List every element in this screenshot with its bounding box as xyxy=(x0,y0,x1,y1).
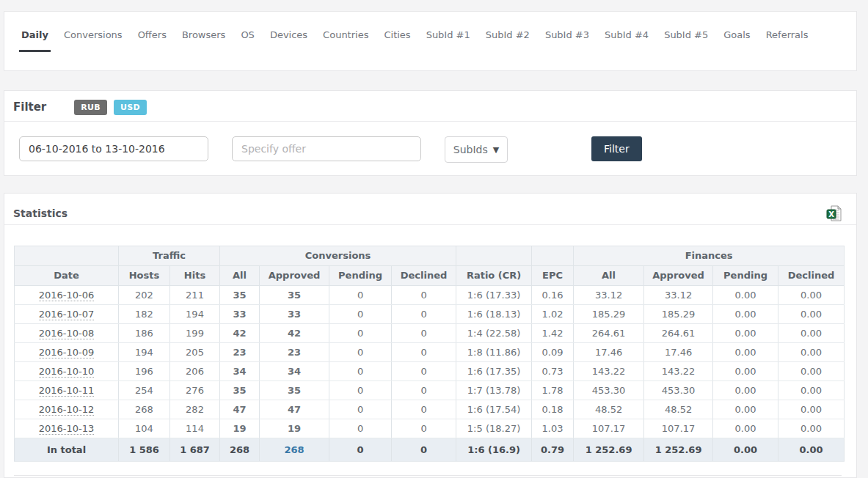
conv-all-cell[interactable]: 35 xyxy=(220,381,260,400)
conv-all-cell[interactable]: 34 xyxy=(220,362,260,381)
fin-all-cell: 453.30 xyxy=(574,381,644,400)
date-link[interactable]: 2016-10-07 xyxy=(39,309,95,320)
subids-dropdown[interactable]: SubIds ▼ xyxy=(445,136,508,163)
ratio-cell: 1:7 (13.78) xyxy=(456,381,532,400)
total-fin-declined-cell: 0.00 xyxy=(778,438,845,462)
fin-approved-cell: 107.17 xyxy=(644,419,713,438)
fin-pending-cell: 0.00 xyxy=(713,324,778,343)
table-row: 2016-10-122682824747001:6 (17.54)0.1848.… xyxy=(15,400,845,419)
tab-browsers[interactable]: Browsers xyxy=(180,29,227,50)
conv-approved-cell[interactable]: 47 xyxy=(260,400,329,419)
conv-approved-cell[interactable]: 35 xyxy=(260,381,329,400)
col-epc: EPC xyxy=(532,266,574,286)
conv-approved-cell[interactable]: 23 xyxy=(260,343,329,362)
conv-all-cell[interactable]: 23 xyxy=(220,343,260,362)
excel-export-icon[interactable]: X xyxy=(826,205,842,222)
date-link[interactable]: 2016-10-11 xyxy=(39,385,95,397)
statistics-title: Statistics xyxy=(13,207,68,219)
conv-all-cell[interactable]: 42 xyxy=(220,324,260,343)
tab-subid-2[interactable]: SubId #2 xyxy=(484,29,532,50)
fin-declined-cell: 0.00 xyxy=(778,343,845,362)
table-row: 2016-10-101962063434001:6 (17.35)0.73143… xyxy=(15,362,845,381)
total-row: In total1 5861 687268268001:6 (16.9)0.79… xyxy=(15,438,845,462)
table-row: 2016-10-131041141919001:5 (18.27)1.03107… xyxy=(15,419,845,438)
tabs-card: DailyConversionsOffersBrowsersOSDevicesC… xyxy=(4,11,857,71)
col-fin-approved: Approved xyxy=(644,266,713,286)
date-link[interactable]: 2016-10-12 xyxy=(39,404,95,416)
date-link[interactable]: 2016-10-09 xyxy=(39,347,95,358)
tab-subid-1[interactable]: SubId #1 xyxy=(424,29,473,50)
date-cell: 2016-10-10 xyxy=(15,362,119,381)
tab-referrals[interactable]: Referrals xyxy=(764,29,811,50)
date-link[interactable]: 2016-10-08 xyxy=(39,328,95,339)
filter-title: Filter xyxy=(13,100,46,114)
fin-approved-cell: 453.30 xyxy=(644,381,713,400)
conv-pending-cell: 0 xyxy=(329,324,392,343)
date-link[interactable]: 2016-10-10 xyxy=(39,366,95,378)
col-hosts: Hosts xyxy=(119,266,170,286)
group-header-row: Traffic Conversions Finances xyxy=(15,246,845,266)
tab-subid-3[interactable]: SubId #3 xyxy=(543,29,591,50)
conv-pending-cell: 0 xyxy=(329,381,392,400)
date-link[interactable]: 2016-10-06 xyxy=(39,290,95,301)
conv-approved-cell[interactable]: 19 xyxy=(260,419,329,438)
conv-declined-cell: 0 xyxy=(392,419,456,438)
fin-pending-cell: 0.00 xyxy=(713,362,778,381)
ratio-cell: 1:6 (18.13) xyxy=(456,305,532,324)
stats-table-body: 2016-10-062022113535001:6 (17.33)0.1633.… xyxy=(15,286,845,462)
tab-daily[interactable]: Daily xyxy=(19,29,51,52)
column-header-row: Date Hosts Hits All Approved Pending Dec… xyxy=(15,266,845,286)
conv-all-cell[interactable]: 47 xyxy=(220,400,260,419)
total-hosts-cell: 1 586 xyxy=(119,438,170,462)
epc-cell: 0.73 xyxy=(532,362,574,381)
filter-card: Filter RUBUSD SubIds ▼ Filter xyxy=(4,90,857,176)
tab-goals[interactable]: Goals xyxy=(721,29,752,50)
ratio-cell: 1:5 (18.27) xyxy=(456,419,532,438)
statistics-card: Statistics X xyxy=(4,193,857,478)
conv-all-cell[interactable]: 33 xyxy=(220,305,260,324)
fin-declined-cell: 0.00 xyxy=(778,419,845,438)
tab-subid-5[interactable]: SubId #5 xyxy=(662,29,710,50)
hosts-cell: 194 xyxy=(119,343,170,362)
tab-offers[interactable]: Offers xyxy=(136,29,169,50)
fin-all-cell: 185.29 xyxy=(574,305,644,324)
total-conv-pending-cell: 0 xyxy=(329,438,392,462)
filter-button[interactable]: Filter xyxy=(591,136,642,161)
table-row: 2016-10-081861994242001:4 (22.58)1.42264… xyxy=(15,324,845,343)
usd-currency-badge[interactable]: USD xyxy=(114,100,147,115)
subids-dropdown-label: SubIds xyxy=(453,144,488,155)
col-hits: Hits xyxy=(170,266,220,286)
offer-input[interactable] xyxy=(232,136,421,161)
conv-declined-cell: 0 xyxy=(392,343,456,362)
conv-approved-cell[interactable]: 33 xyxy=(260,305,329,324)
hosts-cell: 254 xyxy=(119,381,170,400)
conv-approved-cell[interactable]: 42 xyxy=(260,324,329,343)
fin-all-cell: 143.22 xyxy=(574,362,644,381)
tab-subid-4[interactable]: SubId #4 xyxy=(602,29,651,50)
date-cell: 2016-10-09 xyxy=(15,343,119,362)
date-link[interactable]: 2016-10-13 xyxy=(39,423,95,435)
epc-cell: 0.09 xyxy=(532,343,574,362)
conv-all-cell[interactable]: 19 xyxy=(220,419,260,438)
conv-approved-cell[interactable]: 35 xyxy=(260,286,329,305)
date-range-input[interactable] xyxy=(19,136,208,161)
fin-pending-cell: 0.00 xyxy=(713,343,778,362)
rub-currency-badge[interactable]: RUB xyxy=(74,100,107,115)
epc-cell: 0.16 xyxy=(532,286,574,305)
ratio-cell: 1:8 (11.86) xyxy=(456,343,532,362)
conv-pending-cell: 0 xyxy=(329,400,392,419)
table-row: 2016-10-062022113535001:6 (17.33)0.1633.… xyxy=(15,286,845,305)
hits-cell: 114 xyxy=(170,419,220,438)
conv-approved-cell[interactable]: 34 xyxy=(260,362,329,381)
total-hits-cell: 1 687 xyxy=(170,438,220,462)
fin-approved-cell: 185.29 xyxy=(644,305,713,324)
tab-cities[interactable]: Cities xyxy=(382,29,412,50)
hosts-cell: 182 xyxy=(119,305,170,324)
tab-countries[interactable]: Countries xyxy=(321,29,371,50)
tab-devices[interactable]: Devices xyxy=(268,29,310,50)
hosts-cell: 268 xyxy=(119,400,170,419)
conv-all-cell[interactable]: 35 xyxy=(220,286,260,305)
hits-cell: 205 xyxy=(170,343,220,362)
tab-conversions[interactable]: Conversions xyxy=(62,29,125,50)
tab-os[interactable]: OS xyxy=(238,29,256,50)
